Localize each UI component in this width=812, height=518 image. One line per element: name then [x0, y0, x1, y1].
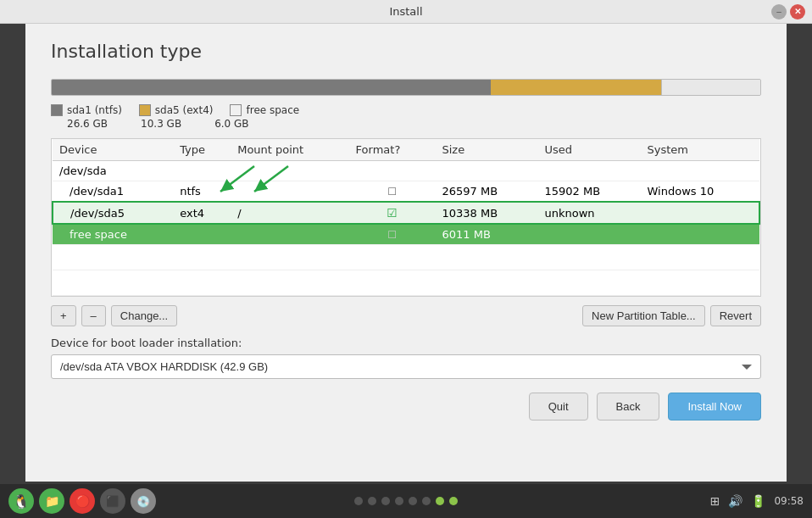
partition-table-header: Device Type Mount point Format? Size Use…	[53, 139, 759, 161]
dot-5	[409, 497, 417, 505]
cell-format[interactable]: ☐	[349, 181, 436, 203]
cell-used	[538, 161, 641, 181]
window-title: Install	[389, 5, 422, 18]
legend-free-label: free space	[246, 104, 299, 116]
cell-format[interactable]: ☑	[349, 202, 436, 224]
legend-ext4-label: sda5 (ext4)	[155, 104, 214, 116]
cell-system	[641, 202, 759, 224]
window-content: Installation type sda1 (ntfs) sda5 (ext4…	[25, 24, 787, 482]
free-size: 6.0 GB	[214, 118, 248, 130]
page-title: Installation type	[51, 41, 761, 62]
taskbar-icon-terminal[interactable]: ⬛	[100, 488, 125, 514]
boot-loader-label: Device for boot loader installation:	[51, 337, 761, 349]
taskbar-right: ⊞ 🔊 🔋 09:58	[710, 494, 804, 508]
ntfs-size: 26.6 GB	[67, 118, 108, 130]
cell-mount	[231, 224, 348, 245]
table-row[interactable]: /dev/sda1 ntfs ☐ 26597 MB 15902 MB Windo…	[53, 181, 759, 203]
back-button[interactable]: Back	[597, 393, 660, 421]
dot-7	[436, 497, 444, 505]
disk-legend: sda1 (ntfs) sda5 (ext4) free space	[51, 104, 761, 116]
dot-3	[381, 497, 390, 505]
partition-table-inner: Device Type Mount point Format? Size Use…	[52, 139, 760, 296]
cell-mount: /	[231, 202, 348, 224]
taskbar-left: 🐧 📁 🔴 ⬛ 💿	[8, 488, 156, 514]
main-window: Installation type sda1 (ntfs) sda5 (ext4…	[25, 24, 787, 482]
table-row-empty	[53, 245, 759, 270]
cell-device: /dev/sda1	[53, 181, 173, 203]
close-button[interactable]: ✕	[790, 4, 805, 19]
cell-format	[349, 161, 436, 181]
table-row[interactable]: /dev/sda	[53, 161, 759, 181]
col-size: Size	[435, 139, 537, 161]
col-device: Device	[53, 139, 173, 161]
cell-size	[435, 161, 537, 181]
col-type: Type	[173, 139, 231, 161]
dot-6	[422, 497, 431, 505]
title-bar-controls: – ✕	[771, 4, 805, 19]
cell-type	[173, 161, 231, 181]
taskbar-icon-app1[interactable]: 🔴	[70, 488, 95, 514]
remove-partition-button[interactable]: –	[81, 305, 106, 326]
col-system: System	[641, 139, 759, 161]
add-partition-button[interactable]: +	[51, 305, 76, 326]
clock: 09:58	[774, 495, 804, 507]
cell-type: ext4	[173, 202, 231, 224]
taskbar-icon-linux[interactable]: 🐧	[8, 488, 34, 514]
legend-free: free space	[230, 104, 299, 116]
table-row-empty	[53, 270, 759, 296]
bottom-buttons: Quit Back Install Now	[51, 393, 761, 429]
boot-loader-select[interactable]: /dev/sda ATA VBOX HARDDISK (42.9 GB)	[51, 354, 761, 379]
col-mount: Mount point	[231, 139, 348, 161]
disk-bar-free	[661, 80, 760, 95]
legend-box-free	[230, 104, 242, 116]
cell-device: /dev/sda5	[53, 202, 173, 224]
cell-size: 10338 MB	[435, 202, 537, 224]
change-partition-button[interactable]: Change...	[111, 305, 177, 326]
cell-mount	[231, 181, 348, 203]
toolbar: + – Change... New Partition Table... Rev…	[51, 305, 761, 326]
taskbar-icon-files[interactable]: 📁	[39, 488, 64, 514]
dot-8	[449, 497, 458, 505]
cell-format[interactable]: ☐	[349, 224, 436, 245]
cell-device: free space	[53, 224, 173, 245]
col-format: Format?	[349, 139, 436, 161]
new-partition-table-button[interactable]: New Partition Table...	[582, 305, 705, 326]
cell-system	[641, 224, 759, 245]
dot-4	[395, 497, 403, 505]
revert-button[interactable]: Revert	[710, 305, 761, 326]
partition-table: Device Type Mount point Format? Size Use…	[51, 138, 761, 297]
cell-used: unknown	[538, 202, 641, 224]
cell-used: 15902 MB	[538, 181, 641, 203]
cell-system	[641, 161, 759, 181]
quit-button[interactable]: Quit	[529, 393, 588, 421]
title-bar: Install – ✕	[0, 0, 812, 24]
cell-used	[538, 224, 641, 245]
cell-type: ntfs	[173, 181, 231, 203]
table-row[interactable]: /dev/sda5 ext4 / ☑ 10338 MB unknown	[53, 202, 759, 224]
disk-bar-ext4	[491, 80, 661, 95]
toolbar-right: New Partition Table... Revert	[582, 305, 761, 326]
partition-table-body: /dev/sda /dev/sda1 ntfs	[53, 161, 759, 296]
legend-ext4: sda5 (ext4)	[139, 104, 214, 116]
cell-size: 26597 MB	[435, 181, 537, 203]
disk-legend-sizes: 26.6 GB 10.3 GB 6.0 GB	[51, 118, 761, 130]
minimize-button[interactable]: –	[771, 4, 787, 19]
cell-size: 6011 MB	[435, 224, 537, 245]
table-wrapper: Device Type Mount point Format? Size Use…	[51, 138, 761, 305]
dot-1	[354, 497, 363, 505]
taskbar-icon-app2[interactable]: 💿	[131, 488, 156, 514]
cell-mount	[231, 161, 348, 181]
table-row[interactable]: free space ☐ 6011 MB	[53, 224, 759, 245]
legend-ntfs: sda1 (ntfs)	[51, 104, 122, 116]
cell-device: /dev/sda	[53, 161, 173, 181]
volume-icon: 🔊	[728, 494, 742, 508]
disk-bar	[51, 79, 761, 96]
legend-box-ntfs	[51, 104, 63, 116]
cell-type	[173, 224, 231, 245]
battery-icon: 🔋	[751, 494, 765, 508]
install-now-button[interactable]: Install Now	[668, 393, 761, 421]
taskbar-dots	[354, 497, 458, 505]
cell-system: Windows 10	[641, 181, 759, 203]
network-icon: ⊞	[710, 494, 720, 508]
disk-bar-ntfs	[52, 80, 491, 95]
